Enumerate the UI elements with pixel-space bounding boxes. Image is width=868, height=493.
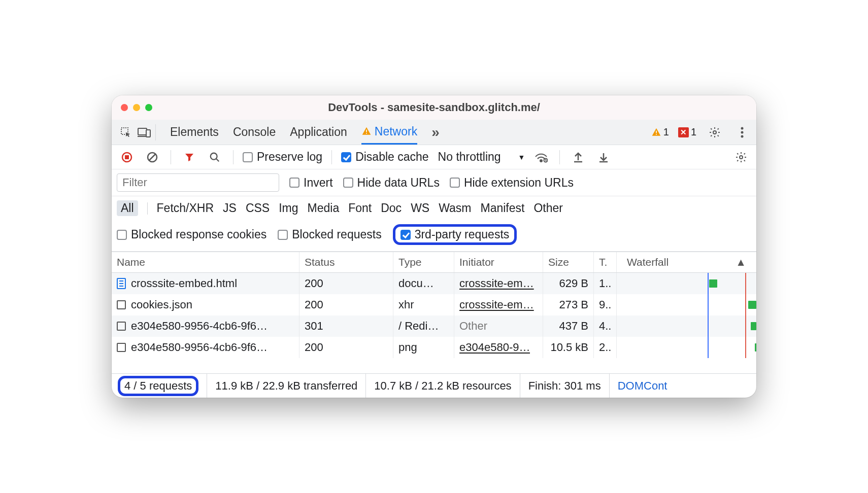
svg-rect-7 (656, 134, 657, 135)
inspect-element-icon[interactable] (117, 123, 135, 142)
col-status[interactable]: Status (299, 252, 393, 272)
throttling-select[interactable]: No throttling ▼ (438, 150, 525, 164)
network-table-header: Name Status Type Initiator Size T. Water… (112, 252, 756, 273)
preserve-log-checkbox[interactable]: Preserve log (243, 150, 322, 164)
chip-manifest[interactable]: Manifest (481, 201, 525, 215)
svg-point-8 (713, 131, 716, 134)
file-icon (117, 322, 126, 331)
initiator-text: Other (459, 320, 487, 333)
minimize-icon[interactable] (133, 104, 140, 111)
time-cell: 9.. (594, 294, 617, 315)
file-icon (117, 300, 126, 309)
chip-img[interactable]: Img (279, 201, 298, 215)
size-cell: 629 B (543, 273, 594, 294)
svg-point-9 (741, 127, 744, 129)
status-cell: 200 (299, 337, 393, 358)
svg-line-15 (149, 154, 155, 160)
main-tab-bar: Elements Console Application Network » 1… (112, 120, 756, 145)
chip-doc[interactable]: Doc (381, 201, 402, 215)
more-tabs-icon[interactable]: » (431, 120, 440, 145)
time-cell: 4.. (594, 315, 617, 337)
col-initiator[interactable]: Initiator (454, 252, 543, 272)
additional-filters: Blocked response cookies Blocked request… (112, 220, 756, 252)
close-icon[interactable] (121, 104, 128, 111)
chip-other[interactable]: Other (533, 201, 563, 215)
download-har-icon[interactable] (594, 148, 613, 166)
svg-rect-4 (366, 130, 367, 132)
time-cell: 1.. (594, 273, 617, 294)
chevron-down-icon: ▼ (518, 153, 525, 161)
chip-fetch-xhr[interactable]: Fetch/XHR (157, 201, 214, 215)
col-time[interactable]: T. (594, 252, 617, 272)
blocked-cookies-checkbox[interactable]: Blocked response cookies (117, 228, 266, 241)
clear-button[interactable] (143, 148, 161, 166)
network-toolbar: Preserve log Disable cache No throttling… (112, 145, 756, 169)
traffic-lights (121, 104, 152, 111)
document-icon (117, 278, 126, 289)
status-bar: 4 / 5 requests 11.9 kB / 22.9 kB transfe… (112, 373, 756, 398)
file-icon (117, 343, 126, 352)
requests-count-highlight: 4 / 5 requests (118, 376, 198, 396)
table-row[interactable]: cookies.json 200 xhr crosssite-em… 273 B… (112, 294, 756, 315)
waterfall-cell (617, 273, 756, 294)
transferred-size: 11.9 kB / 22.9 kB transferred (207, 374, 366, 398)
svg-point-22 (740, 156, 743, 159)
chip-font[interactable]: Font (348, 201, 372, 215)
resources-size: 10.7 kB / 21.2 kB resources (366, 374, 520, 398)
request-name: e304e580-9956-4cb6-9f6… (131, 341, 268, 354)
kebab-menu-icon[interactable] (733, 123, 751, 142)
time-cell: 2.. (594, 337, 617, 358)
third-party-requests-checkbox[interactable]: 3rd-party requests (400, 228, 510, 241)
device-toolbar-icon[interactable] (135, 123, 153, 142)
tab-network[interactable]: Network (361, 120, 417, 145)
chip-all[interactable]: All (117, 200, 138, 216)
hide-extension-urls-checkbox[interactable]: Hide extension URLs (450, 176, 574, 190)
filter-icon[interactable] (180, 148, 198, 166)
initiator-link[interactable]: crosssite-em… (459, 298, 534, 311)
chip-media[interactable]: Media (308, 201, 340, 215)
tab-console[interactable]: Console (233, 120, 276, 145)
warning-count[interactable]: 1 (651, 126, 669, 138)
col-size[interactable]: Size (543, 252, 594, 272)
requests-count: 4 / 5 requests (124, 379, 192, 392)
svg-point-18 (540, 160, 542, 162)
maximize-icon[interactable] (145, 104, 152, 111)
table-row[interactable]: e304e580-9956-4cb6-9f6… 200 png e304e580… (112, 337, 756, 358)
filter-input[interactable] (117, 173, 279, 192)
svg-point-16 (211, 153, 217, 159)
col-waterfall[interactable]: Waterfall▲ (617, 252, 756, 272)
upload-har-icon[interactable] (569, 148, 587, 166)
search-icon[interactable] (206, 148, 224, 166)
chip-js[interactable]: JS (223, 201, 237, 215)
type-cell: xhr (393, 294, 454, 315)
svg-point-11 (741, 135, 744, 137)
network-conditions-icon[interactable] (532, 148, 550, 166)
col-type[interactable]: Type (393, 252, 454, 272)
blocked-requests-checkbox[interactable]: Blocked requests (278, 228, 381, 241)
disable-cache-checkbox[interactable]: Disable cache (341, 150, 428, 164)
col-name[interactable]: Name (112, 252, 299, 272)
settings-icon[interactable] (706, 123, 724, 142)
waterfall-cell (617, 294, 756, 315)
invert-checkbox[interactable]: Invert (289, 176, 333, 190)
warning-icon (361, 126, 372, 136)
tab-elements[interactable]: Elements (170, 120, 219, 145)
tab-application[interactable]: Application (290, 120, 347, 145)
initiator-link[interactable]: crosssite-em… (459, 277, 534, 290)
hide-data-urls-checkbox[interactable]: Hide data URLs (343, 176, 440, 190)
sort-asc-icon: ▲ (736, 256, 746, 268)
type-cell: docu… (393, 273, 454, 294)
checkbox-icon (243, 152, 253, 162)
record-button[interactable] (118, 148, 136, 166)
error-count[interactable]: ✕ 1 (678, 126, 696, 138)
chip-ws[interactable]: WS (411, 201, 429, 215)
finish-time: Finish: 301 ms (520, 374, 610, 398)
table-row[interactable]: e304e580-9956-4cb6-9f6… 301 / Redi… Othe… (112, 315, 756, 337)
chip-wasm[interactable]: Wasm (439, 201, 471, 215)
chip-css[interactable]: CSS (246, 201, 270, 215)
request-name: e304e580-9956-4cb6-9f6… (131, 320, 268, 333)
table-row[interactable]: crosssite-embed.html 200 docu… crosssite… (112, 273, 756, 294)
network-settings-icon[interactable] (732, 148, 750, 166)
dom-content-loaded[interactable]: DOMCont (610, 374, 676, 398)
initiator-link[interactable]: e304e580-9… (459, 341, 530, 354)
